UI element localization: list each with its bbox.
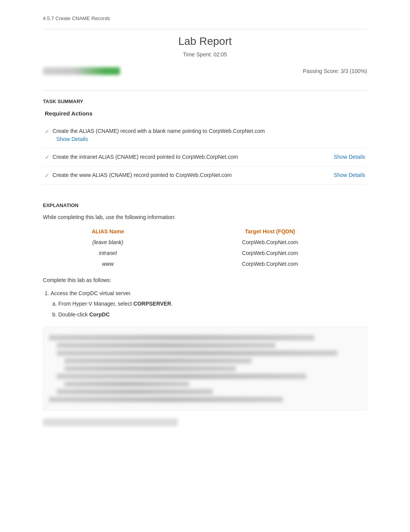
breadcrumb: 4.5.7 Create CNAME Records	[43, 15, 367, 21]
target-cell: CorpWeb.CorpNet.com	[173, 258, 367, 269]
task-item: ✓ Create the www ALIAS (CNAME) record po…	[43, 167, 367, 185]
table-row: intranet CorpWeb.CorpNet.com	[43, 248, 367, 258]
step-text: Access the CorpDC virtual server.	[51, 290, 132, 296]
alias-table: ALIAS Name Target Host (FQDN) (leave bla…	[43, 226, 367, 269]
table-row: www CorpWeb.CorpNet.com	[43, 258, 367, 269]
blurred-line	[57, 374, 306, 379]
blurred-line	[64, 381, 189, 387]
score-divider	[43, 90, 367, 91]
explanation-intro: While completing this lab, use the follo…	[43, 214, 367, 220]
blurred-footer	[43, 418, 178, 426]
check-icon: ✓	[45, 153, 49, 161]
blurred-line	[57, 343, 275, 348]
alias-cell: (leave blank)	[43, 237, 173, 248]
blurred-content-area	[43, 326, 367, 411]
blurred-line	[57, 389, 213, 394]
check-icon: ✓	[45, 172, 49, 180]
check-icon: ✓	[45, 127, 49, 136]
target-cell: CorpWeb.CorpNet.com	[173, 248, 367, 258]
student-info	[43, 67, 120, 75]
time-spent: Time Spent: 02:05	[43, 51, 367, 58]
target-cell: CorpWeb.CorpNet.com	[173, 237, 367, 248]
task-summary-label: TASK SUMMARY	[43, 99, 367, 104]
passing-score: Passing Score: 3/3 (100%)	[303, 68, 367, 74]
required-actions-title: Required Actions	[43, 110, 367, 117]
task-item: ✓ Create the ALIAS (CNAME) record with a…	[43, 122, 367, 148]
bold-text: CORPSERVER	[134, 301, 171, 307]
blurred-line	[49, 397, 283, 402]
report-title: Lab Report	[43, 35, 367, 48]
complete-text: Complete this lab as follows:	[43, 277, 367, 283]
task-item: ✓ Create the intranet ALIAS (CNAME) reco…	[43, 148, 367, 167]
show-details-link-1[interactable]: Show Details	[56, 136, 88, 142]
blurred-line	[64, 358, 252, 364]
target-host-header: Target Host (FQDN)	[173, 226, 367, 237]
bold-text: CorpDC	[89, 311, 110, 318]
blurred-line	[57, 350, 337, 356]
score-row: Passing Score: 3/3 (100%)	[43, 67, 367, 79]
table-row: (leave blank) CorpWeb.CorpNet.com	[43, 237, 367, 248]
list-item: Access the CorpDC virtual server. From H…	[51, 289, 367, 319]
show-details-link-3[interactable]: Show Details	[334, 171, 365, 179]
task-summary-section: TASK SUMMARY Required Actions ✓ Create t…	[43, 99, 367, 185]
top-divider	[43, 29, 367, 29]
alias-name-header: ALIAS Name	[43, 226, 173, 237]
blurred-line	[49, 335, 314, 340]
list-item: Double-click CorpDC	[58, 310, 367, 319]
sub-steps-list: From Hyper-V Manager, select CORPSERVER.…	[51, 299, 367, 319]
show-details-link-2[interactable]: Show Details	[334, 153, 365, 161]
task-text: Create the www ALIAS (CNAME) record poin…	[53, 171, 330, 179]
explanation-section: EXPLANATION While completing this lab, u…	[43, 202, 367, 426]
alias-cell: intranet	[43, 248, 173, 258]
alias-cell: www	[43, 258, 173, 269]
list-item: From Hyper-V Manager, select CORPSERVER.	[58, 299, 367, 308]
task-text: Create the ALIAS (CNAME) record with a b…	[53, 127, 365, 143]
blurred-line	[64, 366, 236, 371]
explanation-label: EXPLANATION	[43, 202, 367, 208]
steps-list: Access the CorpDC virtual server. From H…	[43, 289, 367, 319]
task-text: Create the intranet ALIAS (CNAME) record…	[53, 153, 330, 161]
